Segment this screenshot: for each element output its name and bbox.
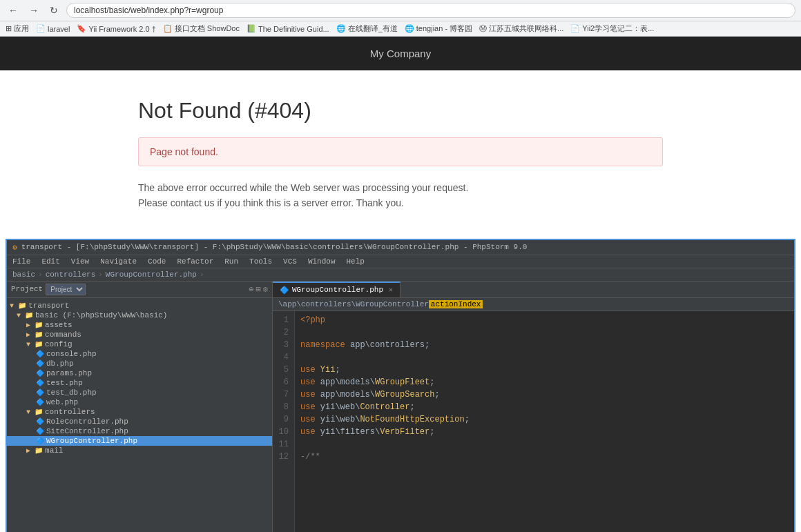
phpstorm-logo-icon: ⚙ <box>12 243 17 252</box>
project-panel-title: Project Project <box>11 284 86 295</box>
code-line-7: use app\models\WGroupSearch; <box>300 388 789 401</box>
code-area[interactable]: 1 2 3 4 5 6 7 8 9 10 11 12 <?php namespa <box>273 311 794 532</box>
tree-wgroup-label: WGroupController.php <box>46 437 137 445</box>
folder-open-icon: ▼ 📁 <box>17 311 33 319</box>
tree-root[interactable]: ▼ 📁 transport <box>7 301 272 311</box>
bookmark-youdao[interactable]: 🌐 在线翻译_有道 <box>336 23 398 34</box>
tree-test-label: test.php <box>46 379 83 387</box>
code-line-9: use yii\web\NotFoundHttpException; <box>300 413 789 426</box>
error-desc-line2: Please contact us if you think this is a… <box>138 195 663 210</box>
project-panel: Project Project ⊕ ⊞ ⚙ ▼ 📁 transport <box>7 282 273 532</box>
code-line-12: -/** <box>300 451 789 463</box>
tree-params-label: params.php <box>46 369 92 377</box>
folder-icon-mail: ▶ 📁 <box>26 446 43 455</box>
code-line-5: use Yii; <box>300 364 789 376</box>
path-highlight: actionIndex <box>429 300 483 308</box>
project-dropdown[interactable]: Project <box>46 284 86 295</box>
tab-close-icon[interactable]: ✕ <box>389 286 393 294</box>
bookmark-tengjian[interactable]: 🌐 tengjian - 博客园 <box>405 23 472 34</box>
tree-config[interactable]: ▼ 📁 config <box>7 339 272 349</box>
folder-icon-assets: ▶ 📁 <box>26 321 43 329</box>
php-icon-db: 🔷 <box>36 359 44 368</box>
browser-bar: ← → ↻ localhost/basic/web/index.php?r=wg… <box>0 0 801 21</box>
error-box-text: Page not found. <box>150 146 218 157</box>
breadcrumb-file[interactable]: WGroupController.php <box>106 270 197 279</box>
tree-commands[interactable]: ▶ 📁 commands <box>7 330 272 339</box>
tab-php-icon: 🔷 <box>280 286 289 295</box>
settings-icon[interactable]: ⚙ <box>263 284 268 295</box>
code-line-11 <box>300 438 789 451</box>
bookmark-showdoc[interactable]: 📋 接口文档 ShowDoc <box>163 23 240 34</box>
site-header: My Company <box>0 37 801 70</box>
tree-db-label: db.php <box>46 359 74 368</box>
back-button[interactable]: ← <box>6 3 21 17</box>
bookmark-yii2[interactable]: 📄 Yii2学习笔记二：表... <box>570 23 654 34</box>
php-icon-test: 🔷 <box>36 379 44 387</box>
breadcrumb-sep1: › <box>38 270 43 279</box>
bookmark-laravel[interactable]: 📄 laravel <box>36 24 70 33</box>
menu-vcs[interactable]: VCS <box>278 255 302 268</box>
tree-wgroup-controller[interactable]: 🔷 WGroupController.php <box>7 436 272 446</box>
php-icon-testdb: 🔷 <box>36 388 44 397</box>
code-line-1: <?php <box>300 314 789 326</box>
code-line-6: use app\models\WGroupFleet; <box>300 376 789 388</box>
editor-tab-wgroup[interactable]: 🔷 WGroupController.php ✕ <box>273 282 400 297</box>
tree-console-php[interactable]: 🔷 console.php <box>7 349 272 359</box>
tree-root-label: transport <box>28 302 69 310</box>
phpstorm-breadcrumb: basic › controllers › WGroupController.p… <box>7 268 794 282</box>
breadcrumb-basic[interactable]: basic <box>12 270 35 279</box>
menu-refactor[interactable]: Refactor <box>171 255 219 268</box>
phpstorm-body: Project Project ⊕ ⊞ ⚙ ▼ 📁 transport <box>7 282 794 532</box>
bookmark-jiangsu[interactable]: Ⓜ 江苏五城共联网络科... <box>479 23 563 34</box>
tree-site-controller[interactable]: 🔷 SiteController.php <box>7 426 272 436</box>
bookmark-yii[interactable]: 🔖 Yii Framework 2.0 † <box>77 24 155 33</box>
project-label: Project <box>11 285 43 293</box>
bookmark-apps[interactable]: ⊞ 应用 <box>6 23 29 34</box>
path-normal: \app\controllers\WGroupController <box>278 300 429 308</box>
editor-path-bar: \app\controllers\WGroupController action… <box>273 298 794 311</box>
menu-window[interactable]: Window <box>302 255 341 268</box>
sync-icon[interactable]: ⊕ <box>249 284 253 295</box>
tree-controllers[interactable]: ▼ 📁 controllers <box>7 407 272 417</box>
tree-mail[interactable]: ▶ 📁 mail <box>7 446 272 455</box>
bookmarks-bar: ⊞ 应用 📄 laravel 🔖 Yii Framework 2.0 † 📋 接… <box>0 21 801 37</box>
tree-basic-label: basic (F:\phpStudy\WWW\basic) <box>35 311 167 319</box>
tree-params-php[interactable]: 🔷 params.php <box>7 368 272 378</box>
breadcrumb-controllers[interactable]: controllers <box>46 270 96 279</box>
tree-test-php[interactable]: 🔷 test.php <box>7 378 272 388</box>
code-line-4 <box>300 351 789 364</box>
menu-help[interactable]: Help <box>341 255 370 268</box>
menu-run[interactable]: Run <box>219 255 244 268</box>
folder-icon-commands: ▶ 📁 <box>26 331 43 339</box>
bookmark-definitive[interactable]: 📗 The Definitive Guid... <box>247 24 329 33</box>
error-desc-line1: The above error occurred while the Web s… <box>138 180 663 195</box>
tree-role-label: RoleController.php <box>46 417 128 426</box>
reload-button[interactable]: ↻ <box>47 3 61 17</box>
menu-tools[interactable]: Tools <box>244 255 278 268</box>
menu-file[interactable]: File <box>7 255 36 268</box>
menu-view[interactable]: View <box>66 255 95 268</box>
tree-db-php[interactable]: 🔷 db.php <box>7 359 272 368</box>
tree-testdb-php[interactable]: 🔷 test_db.php <box>7 388 272 397</box>
php-icon-params: 🔷 <box>36 369 44 377</box>
breadcrumb-sep3: › <box>200 270 204 279</box>
address-bar[interactable]: localhost/basic/web/index.php?r=wgroup <box>66 3 795 18</box>
breadcrumb-sep2: › <box>98 270 103 279</box>
expand-icon[interactable]: ⊞ <box>256 284 261 295</box>
tree-basic[interactable]: ▼ 📁 basic (F:\phpStudy\WWW\basic) <box>7 311 272 320</box>
code-content[interactable]: <?php namespace app\controllers; use Yii… <box>295 311 794 532</box>
forward-button[interactable]: → <box>26 3 41 17</box>
menu-navigate[interactable]: Navigate <box>95 255 142 268</box>
php-icon-web: 🔷 <box>36 398 44 406</box>
menu-code[interactable]: Code <box>142 255 171 268</box>
phpstorm-menubar: File Edit View Navigate Code Refactor Ru… <box>7 255 794 268</box>
folder-icon: ▼ 📁 <box>10 302 26 310</box>
tree-commands-label: commands <box>45 331 81 339</box>
tree-assets[interactable]: ▶ 📁 assets <box>7 320 272 330</box>
tree-web-php[interactable]: 🔷 web.php <box>7 397 272 407</box>
tree-role-controller[interactable]: 🔷 RoleController.php <box>7 417 272 426</box>
error-box: Page not found. <box>138 137 663 166</box>
menu-edit[interactable]: Edit <box>36 255 65 268</box>
line-numbers: 1 2 3 4 5 6 7 8 9 10 11 12 <box>273 311 295 532</box>
code-line-8: use yii\web\Controller; <box>300 401 789 413</box>
